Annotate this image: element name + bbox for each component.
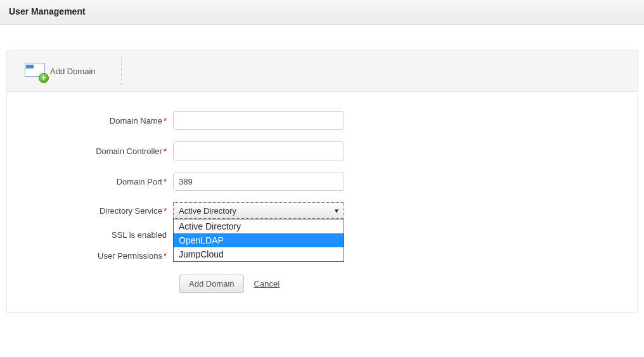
directory-service-option-0[interactable]: Active Directory [174, 219, 344, 233]
page-title: User Management [9, 6, 635, 16]
label-domain-port: Domain Port* [7, 177, 173, 186]
directory-service-options: Active Directory OpenLDAP JumpCloud [173, 219, 344, 262]
domain-controller-input[interactable] [173, 141, 344, 160]
label-ssl-enabled: SSL is enabled [7, 230, 173, 240]
domain-name-input[interactable] [173, 111, 344, 130]
label-directory-service: Directory Service* [7, 206, 173, 216]
required-asterisk: * [164, 251, 167, 261]
toolbar: + Add Domain [7, 51, 637, 92]
label-user-permissions: User Permissions* [7, 251, 173, 261]
row-domain-port: Domain Port* [7, 172, 637, 191]
required-asterisk: * [164, 116, 167, 126]
add-domain-button[interactable]: + Add Domain [25, 57, 122, 85]
row-domain-name: Domain Name* [7, 111, 637, 130]
chevron-down-icon: ▼ [333, 207, 340, 214]
add-domain-label: Add Domain [50, 67, 96, 76]
directory-service-option-2[interactable]: JumpCloud [174, 247, 344, 261]
directory-service-selected: Active Directory [179, 206, 236, 216]
label-domain-name: Domain Name* [7, 116, 173, 126]
label-domain-controller: Domain Controller* [7, 146, 173, 156]
directory-service-option-1[interactable]: OpenLDAP [174, 233, 344, 247]
cancel-link[interactable]: Cancel [254, 279, 280, 289]
domain-port-input[interactable] [173, 172, 344, 191]
required-asterisk: * [164, 206, 167, 216]
add-domain-icon: + [25, 63, 46, 79]
row-domain-controller: Domain Controller* [7, 141, 637, 160]
directory-service-select[interactable]: Active Directory ▼ [173, 202, 344, 219]
form-area: Domain Name* Domain Controller* Domain P… [7, 92, 637, 312]
actions-row: Add Domain Cancel [7, 275, 637, 293]
main-panel: + Add Domain Domain Name* Domain Control… [6, 50, 638, 313]
required-asterisk: * [164, 177, 167, 186]
page-header: User Management [0, 0, 644, 25]
required-asterisk: * [164, 146, 167, 156]
add-domain-submit-button[interactable]: Add Domain [179, 275, 244, 293]
row-directory-service: Directory Service* Active Directory ▼ Ac… [7, 202, 637, 219]
